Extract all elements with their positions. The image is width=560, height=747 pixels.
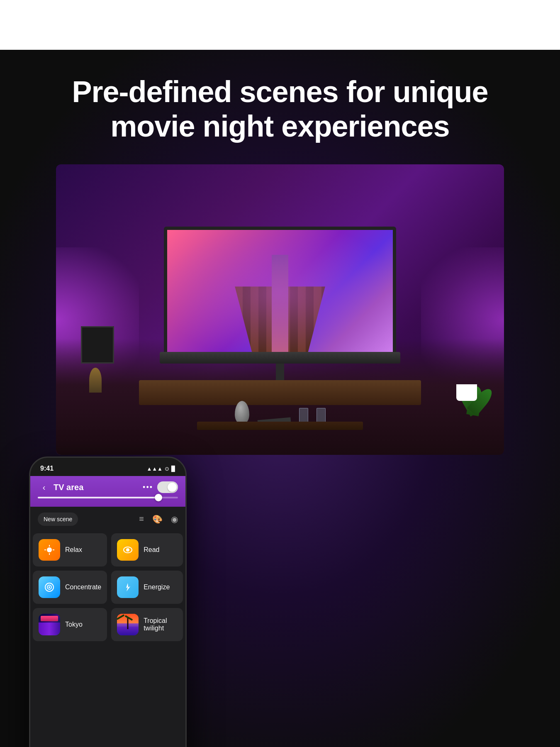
plant bbox=[450, 334, 483, 401]
scene-label-tropical: Tropicaltwilight bbox=[144, 617, 167, 632]
scenes-toolbar: New scene ≡ 🎨 ◉ bbox=[30, 507, 185, 532]
scenes-grid: Relax Read Concentrate bbox=[30, 532, 185, 643]
toggle-knob bbox=[168, 483, 177, 492]
svg-point-9 bbox=[49, 586, 50, 588]
tv-screen bbox=[167, 230, 393, 356]
app-menu-button[interactable]: ••• bbox=[143, 483, 153, 492]
tv-frame bbox=[164, 227, 396, 359]
scene-card-tropical[interactable]: Tropicaltwilight bbox=[111, 608, 183, 641]
left-decor bbox=[81, 326, 114, 393]
brightness-thumb bbox=[155, 494, 162, 501]
scene-icon-tokyo bbox=[39, 614, 60, 635]
scene-label-tokyo: Tokyo bbox=[65, 621, 83, 628]
toolbar-icons: ≡ 🎨 ◉ bbox=[139, 514, 178, 524]
palette-icon[interactable]: 🎨 bbox=[152, 514, 163, 524]
scene-card-concentrate[interactable]: Concentrate bbox=[33, 571, 107, 604]
scene-icon-concentrate bbox=[39, 576, 60, 598]
signal-icon: ▲▲▲ bbox=[146, 466, 163, 472]
scene-label-concentrate: Concentrate bbox=[65, 583, 101, 591]
phone-notch bbox=[79, 458, 137, 469]
tokyo-image bbox=[39, 614, 60, 635]
brightness-slider[interactable] bbox=[38, 497, 178, 498]
scene-card-tokyo[interactable]: Tokyo bbox=[33, 608, 107, 641]
app-toggle[interactable] bbox=[157, 481, 178, 493]
scene-card-energize[interactable]: Energize bbox=[111, 571, 183, 604]
scene-icon-read bbox=[117, 539, 139, 561]
pier-reflection bbox=[272, 255, 288, 356]
brightness-fill bbox=[38, 497, 157, 498]
color-wheel-icon[interactable]: ◉ bbox=[171, 514, 178, 524]
back-button[interactable]: ‹ bbox=[38, 481, 50, 493]
scene-icon-relax bbox=[39, 539, 60, 561]
headline: Pre-defined scenes for unique movie nigh… bbox=[39, 75, 521, 144]
picture-frame bbox=[81, 326, 114, 364]
room-image bbox=[56, 164, 504, 455]
app-title: TV area bbox=[54, 483, 143, 492]
svg-point-6 bbox=[126, 548, 129, 552]
coffee-table bbox=[197, 422, 363, 430]
status-icons: ▲▲▲ ⊙ ▉ bbox=[146, 466, 175, 472]
scene-icon-tropical bbox=[117, 614, 139, 635]
phone: 9:41 ▲▲▲ ⊙ ▉ ‹ TV area ••• bbox=[29, 456, 187, 747]
list-icon[interactable]: ≡ bbox=[139, 514, 144, 524]
plant-pot bbox=[456, 384, 477, 401]
scene-card-relax[interactable]: Relax bbox=[33, 533, 107, 566]
battery-icon: ▉ bbox=[171, 466, 175, 472]
phone-screen: ‹ TV area ••• New scene bbox=[30, 476, 185, 747]
vase bbox=[235, 401, 249, 424]
main-section: Pre-defined scenes for unique movie nigh… bbox=[0, 50, 560, 747]
scene-label-relax: Relax bbox=[65, 546, 82, 554]
bird-statue bbox=[89, 368, 102, 393]
phone-wrapper: 9:41 ▲▲▲ ⊙ ▉ ‹ TV area ••• bbox=[29, 456, 187, 747]
scene-label-energize: Energize bbox=[144, 583, 170, 591]
new-scene-button[interactable]: New scene bbox=[38, 513, 78, 526]
room-background bbox=[56, 164, 504, 455]
top-white-bar bbox=[0, 0, 560, 50]
app-header: ‹ TV area ••• bbox=[30, 476, 185, 507]
tropical-image bbox=[117, 614, 139, 635]
scene-icon-energize bbox=[117, 576, 139, 598]
table-items bbox=[197, 401, 363, 424]
scene-card-read[interactable]: Read bbox=[111, 533, 183, 566]
status-time: 9:41 bbox=[40, 465, 54, 472]
soundbar bbox=[160, 352, 400, 364]
scene-label-read: Read bbox=[144, 546, 159, 554]
app-header-top: ‹ TV area ••• bbox=[38, 481, 178, 493]
wifi-icon: ⊙ bbox=[165, 466, 169, 472]
svg-point-0 bbox=[47, 547, 52, 552]
